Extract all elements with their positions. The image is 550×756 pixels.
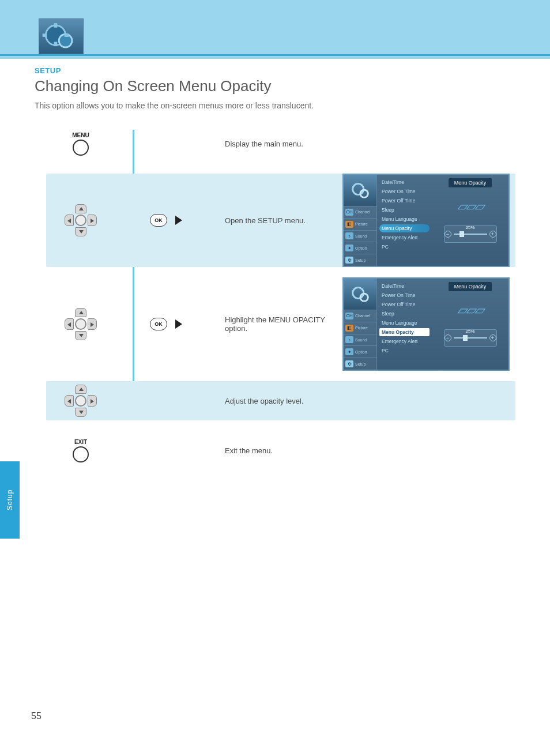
page-title: Changing On Screen Menu Opacity	[35, 77, 515, 95]
menu-button[interactable]: MENU	[72, 132, 89, 156]
active-menu-opacity: Menu Opacity	[379, 328, 430, 336]
selected-menu-opacity: Menu Opacity	[379, 224, 430, 232]
ok-button[interactable]: OK	[150, 214, 167, 227]
step-row-menu: MENU Display the main menu.	[46, 124, 515, 163]
section-label: SETUP	[35, 66, 515, 75]
side-tab-setup: Setup	[0, 461, 20, 539]
opacity-slider: 25% − +	[444, 225, 497, 243]
panel-title: Menu Opacity	[449, 178, 492, 187]
steps-flow: MENU Display the main menu.	[46, 124, 515, 470]
gear-icon	[344, 279, 376, 310]
svg-point-6	[352, 184, 363, 195]
tv-screenshot-adjust: CHChannel ◧Picture ♪Sound ✦Option ⚙Setup…	[342, 277, 510, 371]
step-text: Adjust the opacity level.	[219, 397, 342, 405]
svg-rect-3	[54, 42, 58, 47]
intro-text: This option allows you to make the on-sc…	[35, 101, 484, 110]
ok-button[interactable]: OK	[150, 318, 167, 330]
step-text: Exit the menu.	[219, 446, 342, 455]
setup-gear-icon	[39, 18, 84, 54]
gear-icon	[344, 175, 376, 206]
tv-screenshot-setup: CHChannel ◧Picture ♪Sound ✦Option ⚙Setup…	[342, 174, 510, 267]
menu-button-label: MENU	[72, 132, 89, 138]
opacity-slider[interactable]: 25% − +	[444, 329, 497, 347]
svg-rect-5	[65, 33, 69, 37]
right-arrow-icon	[175, 319, 182, 329]
step-text: Display the main menu.	[219, 140, 342, 148]
page-number: 55	[31, 711, 42, 721]
screen-logo-icon: ▱▱▱	[447, 193, 494, 220]
exit-button[interactable]: EXIT	[73, 439, 89, 462]
svg-rect-2	[54, 23, 58, 28]
dpad-control[interactable]	[65, 308, 97, 340]
step-text: Highlight the MENU OPACITY option.	[219, 315, 342, 333]
step-row-highlight: OK Highlight the MENU OPACITY option. CH…	[46, 277, 515, 371]
step-text: Open the SETUP menu.	[219, 216, 342, 225]
right-arrow-icon	[175, 216, 182, 225]
panel-title: Menu Opacity	[449, 282, 492, 291]
dpad-control[interactable]	[65, 204, 97, 236]
svg-point-8	[352, 288, 363, 299]
step-row-setup: OK Open the SETUP menu. CHChannel ◧Pictu…	[46, 174, 515, 267]
step-row-adjust: Adjust the opacity level.	[46, 381, 515, 420]
exit-button-label: EXIT	[73, 439, 89, 445]
dpad-control[interactable]	[65, 385, 97, 417]
svg-rect-4	[43, 33, 47, 37]
screen-logo-icon: ▱▱▱	[447, 297, 494, 324]
step-row-exit: EXIT Exit the menu.	[46, 431, 515, 470]
